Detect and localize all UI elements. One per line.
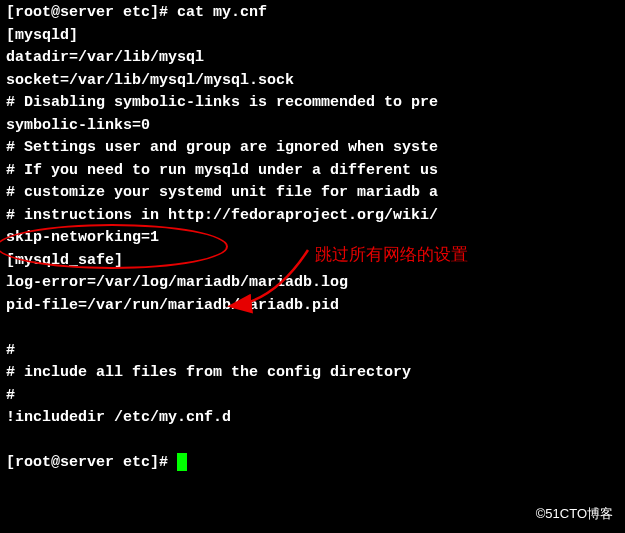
terminal-line <box>6 430 619 453</box>
terminal-line: # Settings user and group are ignored wh… <box>6 137 619 160</box>
terminal-line: # If you need to run mysqld under a diff… <box>6 160 619 183</box>
terminal-line <box>6 317 619 340</box>
terminal-line: symbolic-links=0 <box>6 115 619 138</box>
terminal-line: # instructions in http://fedoraproject.o… <box>6 205 619 228</box>
terminal-line: [mysqld] <box>6 25 619 48</box>
terminal-prompt[interactable]: [root@server etc]# <box>6 454 177 471</box>
terminal-line: # <box>6 340 619 363</box>
terminal-line: # customize your systemd unit file for m… <box>6 182 619 205</box>
terminal-line: # include all files from the config dire… <box>6 362 619 385</box>
terminal-line: # Disabling symbolic-links is recommende… <box>6 92 619 115</box>
terminal-line: [mysqld_safe] <box>6 250 619 273</box>
terminal-line: pid-file=/var/run/mariadb/mariadb.pid <box>6 295 619 318</box>
watermark: ©51CTO博客 <box>536 504 613 524</box>
terminal-line: datadir=/var/lib/mysql <box>6 47 619 70</box>
cursor-icon <box>177 453 187 471</box>
annotation-label: 跳过所有网络的设置 <box>315 242 468 268</box>
terminal-line: # <box>6 385 619 408</box>
terminal-line: socket=/var/lib/mysql/mysql.sock <box>6 70 619 93</box>
terminal-line: log-error=/var/log/mariadb/mariadb.log <box>6 272 619 295</box>
terminal-line: [root@server etc]# cat my.cnf <box>6 2 619 25</box>
terminal-line: !includedir /etc/my.cnf.d <box>6 407 619 430</box>
terminal-output: [root@server etc]# cat my.cnf [mysqld] d… <box>6 2 619 475</box>
terminal-line: skip-networking=1 <box>6 227 619 250</box>
terminal-prompt-line: [root@server etc]# <box>6 452 619 475</box>
